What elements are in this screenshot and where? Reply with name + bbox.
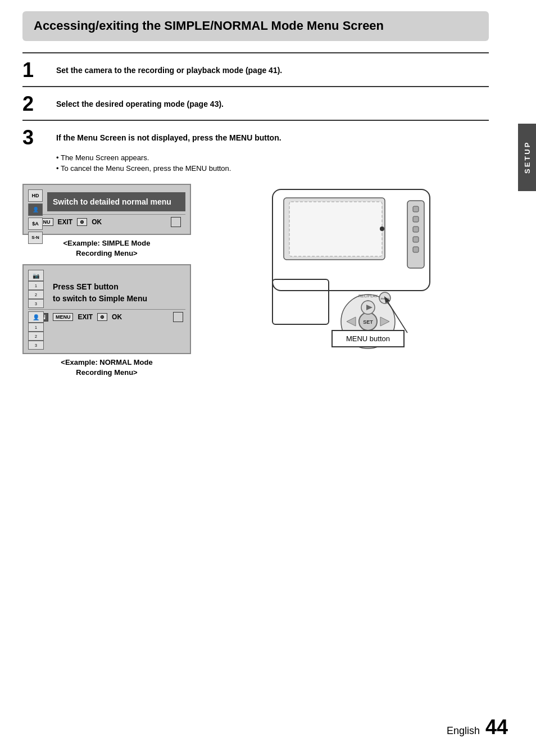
simple-menu-screen-box: HD 👤 $A S·N Switch to detailed normal me… [22, 184, 191, 235]
normal-menu-bar: S◀N MENU EXIT ⊕ OK [28, 309, 185, 324]
cam-main-icon: 📷 [28, 270, 44, 281]
checkbox-normal [173, 312, 183, 322]
normal-mode-screen: 📷 1 2 3 👤 1 2 3 [22, 264, 191, 378]
person-2-icon: 2 [28, 332, 44, 341]
press-set-line2: to switch to Simple Menu [53, 293, 185, 305]
step-1-number: 1 [22, 60, 51, 80]
step-3-bullets: The Menu Screen appears. To cancel the M… [56, 153, 489, 173]
set-icon-btn-normal: ⊕ [97, 313, 107, 321]
svg-text:menu: menu [380, 297, 389, 300]
normal-menu-screen-box: 📷 1 2 3 👤 1 2 3 [22, 264, 191, 354]
svg-rect-7 [413, 227, 419, 232]
step-2-text: Select the desired operating mode (page … [56, 94, 224, 110]
person-icon: 👤 [28, 203, 43, 216]
footer: English 44 [447, 716, 508, 739]
normal-mode-caption: <Example: NORMAL Mode Recording Menu> [22, 357, 191, 378]
setup-tab: SETUP [518, 124, 536, 191]
page-title: Accessing/exiting the SIMPLE/NORMAL Mode… [34, 18, 478, 34]
cam-1-icon: 1 [28, 281, 44, 290]
step-3-number: 3 [22, 128, 51, 148]
svg-point-3 [380, 227, 384, 231]
simple-icons-col: HD 👤 $A S·N [28, 189, 43, 244]
person-1-icon: 1 [28, 323, 44, 332]
page-container: SETUP Accessing/exiting the SIMPLE/NORMA… [0, 0, 536, 756]
footer-page-number: 44 [485, 716, 508, 739]
cam-3-icon: 3 [28, 299, 44, 308]
simple-mode-caption: <Example: SIMPLE Mode Recording Menu> [22, 238, 191, 259]
switch-to-normal-menu-item: Switch to detailed normal menu [47, 192, 185, 211]
svg-rect-5 [413, 206, 419, 212]
footer-language: English [447, 725, 480, 737]
menu-icon-btn-normal: MENU [53, 313, 74, 321]
step-3-bullet-2: To cancel the Menu Screen, press the MEN… [56, 164, 489, 173]
checkbox-simple [171, 217, 181, 227]
dollar-a-icon: $A [28, 218, 43, 230]
step-3-bullet-1: The Menu Screen appears. [56, 153, 489, 162]
exit-label: EXIT [58, 218, 73, 226]
main-content: Accessing/exiting the SIMPLE/NORMAL Mode… [0, 0, 517, 390]
svg-text:SET: SET [363, 319, 373, 325]
step-2-row: 2 Select the desired operating mode (pag… [22, 86, 489, 120]
svg-rect-2 [289, 202, 382, 256]
step-3-text: If the Menu Screen is not displayed, pre… [56, 128, 281, 144]
simple-mode-screen: HD 👤 $A S·N Switch to detailed normal me… [22, 184, 191, 259]
step-2-number: 2 [22, 94, 51, 114]
left-panels: HD 👤 $A S·N Switch to detailed normal me… [22, 184, 191, 378]
page-title-box: Accessing/exiting the SIMPLE/NORMAL Mode… [22, 11, 489, 41]
svg-rect-10 [272, 279, 329, 324]
exit-label-normal: EXIT [78, 313, 93, 321]
menu-button-label-box: MENU button [331, 330, 405, 347]
svg-rect-6 [413, 216, 419, 222]
set-icon-btn: ⊕ [77, 218, 87, 226]
step-3-section: 3 If the Menu Screen is not displayed, p… [22, 120, 489, 173]
svg-rect-9 [413, 247, 419, 252]
cam-2-icon: 2 [28, 290, 44, 299]
person-3-icon: 3 [28, 341, 44, 350]
person-group: 👤 1 2 3 [28, 311, 44, 350]
person-main-icon: 👤 [28, 311, 44, 323]
illustration-area: HD 👤 $A S·N Switch to detailed normal me… [22, 184, 489, 378]
step-1-row: 1 Set the camera to the recording or pla… [22, 52, 489, 86]
step-1-text: Set the camera to the recording or playb… [56, 60, 282, 76]
right-panel: SET REC/PLAY menu [202, 184, 489, 347]
hd-icon: HD [28, 189, 43, 202]
svg-text:REC/PLAY: REC/PLAY [358, 294, 378, 298]
svg-rect-8 [413, 237, 419, 242]
menu-button-label-text: MENU button [346, 334, 390, 343]
ok-label-normal: OK [112, 313, 122, 321]
ok-label: OK [92, 218, 102, 226]
simple-menu-bar: MENU EXIT ⊕ OK [28, 214, 185, 229]
normal-icons-col: 📷 1 2 3 👤 1 2 3 [28, 270, 44, 352]
normal-menu-text-block: Press SET button to switch to Simple Men… [53, 270, 185, 305]
camera-group: 📷 1 2 3 [28, 270, 44, 308]
press-set-line1: Press SET button [53, 281, 185, 293]
step-3-header: 3 If the Menu Screen is not displayed, p… [22, 128, 489, 148]
sn-icon-simple: S·N [28, 232, 43, 244]
